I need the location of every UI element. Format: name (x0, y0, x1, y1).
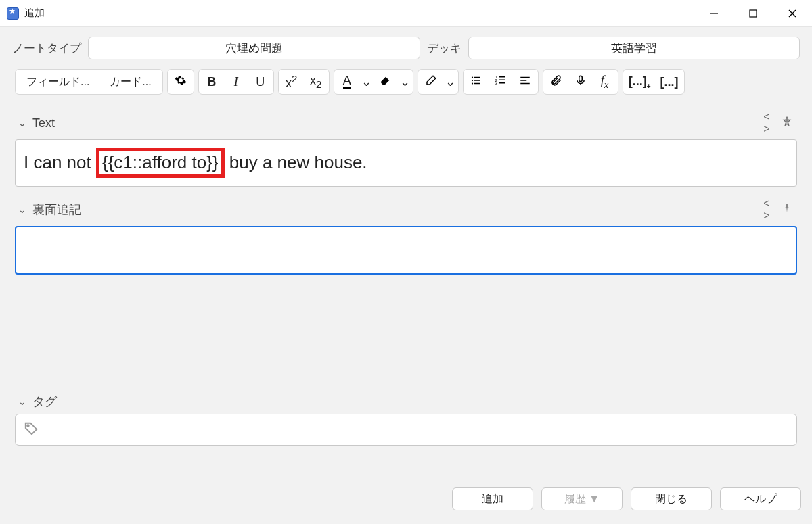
window-titlebar: 追加 (0, 0, 812, 27)
chevron-down-icon: ⌄ (400, 74, 410, 89)
chevron-down-icon: ⌄ (18, 396, 27, 407)
text-before: I can not (24, 152, 96, 172)
app-icon (7, 7, 19, 20)
notetype-label: ノートタイプ (12, 41, 81, 56)
text-color-dropdown[interactable]: ⌄ (360, 71, 373, 93)
deck-label: デッキ (427, 41, 461, 56)
add-button[interactable]: 追加 (452, 487, 533, 510)
notetype-value: 穴埋め問題 (225, 41, 283, 56)
svg-rect-7 (474, 80, 480, 81)
selector-row: ノートタイプ 穴埋め問題 デッキ 英語学習 (0, 27, 812, 66)
ol-icon: 123 (495, 74, 507, 90)
dialog-footer: 追加 履歴 ▼ 閉じる ヘルプ (0, 479, 812, 524)
cloze-icon: [...]+ (629, 74, 651, 90)
help-button[interactable]: ヘルプ (720, 487, 801, 510)
italic-icon: I (234, 75, 238, 89)
fx-icon: fx (601, 74, 609, 91)
text-cursor (24, 237, 24, 256)
microphone-icon (574, 74, 587, 90)
svg-rect-5 (474, 76, 480, 78)
field-name-extra: 裏面追記 (32, 201, 81, 218)
fields-button[interactable]: フィールド... (17, 71, 99, 93)
bold-icon: B (207, 75, 216, 89)
chevron-down-icon: ⌄ (18, 204, 27, 215)
history-button[interactable]: 履歴 ▼ (541, 487, 623, 510)
eraser-button[interactable] (420, 71, 443, 93)
eraser-icon (425, 74, 437, 90)
svg-rect-9 (474, 82, 480, 84)
deck-selector[interactable]: 英語学習 (468, 37, 800, 59)
chevron-down-icon: ⌄ (445, 74, 455, 89)
svg-text:3: 3 (495, 81, 497, 85)
svg-rect-15 (499, 82, 505, 84)
paperclip-icon (550, 74, 562, 90)
close-button[interactable]: 閉じる (631, 487, 712, 510)
align-icon (519, 74, 531, 90)
settings-button[interactable] (169, 71, 192, 93)
cards-button[interactable]: カード... (100, 71, 160, 93)
extra-field-input[interactable] (15, 226, 797, 275)
field-header-tags[interactable]: ⌄ タグ (15, 389, 797, 414)
svg-rect-19 (579, 76, 582, 81)
window-title: 追加 (24, 7, 45, 20)
text-field-input[interactable]: I can not {{c1::afford to}} buy a new ho… (15, 139, 797, 187)
unordered-list-button[interactable] (465, 71, 488, 93)
ordered-list-button[interactable]: 123 (489, 71, 512, 93)
underline-icon: U (256, 75, 265, 89)
svg-point-8 (472, 82, 473, 84)
field-header-text[interactable]: ⌄ Text < > (15, 107, 797, 139)
tags-input[interactable] (15, 414, 797, 446)
text-color-icon: A (343, 74, 351, 89)
svg-rect-18 (520, 82, 530, 84)
record-audio-button[interactable] (569, 71, 592, 93)
gear-icon (175, 74, 187, 90)
field-name-tags: タグ (32, 394, 57, 410)
italic-button[interactable]: I (225, 71, 248, 93)
svg-point-4 (472, 76, 473, 78)
svg-point-6 (472, 79, 473, 80)
svg-rect-1 (750, 10, 757, 17)
svg-rect-13 (499, 79, 505, 80)
maximize-button[interactable] (734, 0, 773, 26)
notetype-selector[interactable]: 穴埋め問題 (88, 37, 420, 59)
svg-rect-16 (520, 76, 530, 78)
underline-button[interactable]: U (249, 71, 272, 93)
chevron-down-icon: ⌄ (18, 118, 27, 128)
editor-toolbar: フィールド... カード... B I U x2 x2 A ⌄ ⌄ ⌄ 123 (0, 66, 812, 101)
tag-icon (24, 421, 39, 438)
cloze-highlighted-text: {{c1::afford to}} (96, 148, 225, 178)
superscript-button[interactable]: x2 (280, 71, 303, 93)
html-toggle-icon[interactable]: < > (759, 197, 774, 222)
ul-icon (470, 74, 482, 90)
text-color-button[interactable]: A (336, 71, 359, 93)
highlight-color-dropdown[interactable]: ⌄ (399, 71, 411, 93)
minimize-button[interactable] (694, 0, 734, 26)
highlighter-icon (380, 74, 392, 90)
svg-rect-17 (520, 80, 526, 81)
field-header-extra[interactable]: ⌄ 裏面追記 < > (15, 193, 797, 226)
superscript-icon: x2 (286, 73, 297, 91)
eraser-dropdown[interactable]: ⌄ (444, 71, 457, 93)
chevron-down-icon: ⌄ (361, 74, 371, 89)
pin-icon[interactable] (780, 203, 794, 216)
subscript-icon: x2 (310, 74, 321, 90)
text-after: buy a new house. (225, 152, 367, 172)
highlight-color-button[interactable] (374, 71, 397, 93)
cloze-same-icon: [...] (660, 75, 679, 89)
html-toggle-icon[interactable]: < > (759, 111, 774, 135)
field-name-text: Text (32, 116, 55, 130)
close-window-button[interactable] (773, 0, 812, 26)
cloze-button[interactable]: [...]+ (625, 71, 655, 93)
attachment-button[interactable] (545, 71, 568, 93)
equation-button[interactable]: fx (593, 71, 616, 93)
svg-point-20 (27, 425, 29, 427)
cloze-same-button[interactable]: [...] (656, 71, 683, 93)
alignment-button[interactable] (514, 71, 537, 93)
bold-button[interactable]: B (200, 71, 223, 93)
pin-icon[interactable] (780, 116, 794, 130)
svg-rect-11 (499, 76, 505, 78)
subscript-button[interactable]: x2 (304, 71, 328, 93)
deck-value: 英語学習 (611, 41, 657, 56)
